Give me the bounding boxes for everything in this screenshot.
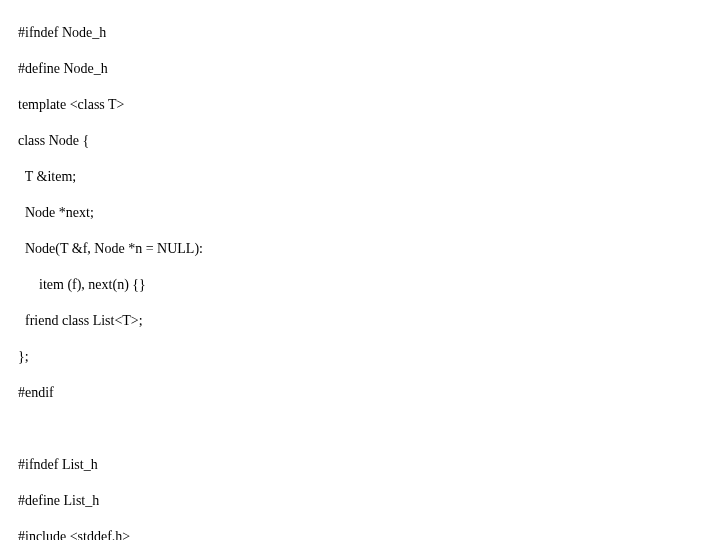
code-line: #endif — [18, 384, 720, 402]
code-line — [18, 420, 720, 438]
code-line: item (f), next(n) {} — [18, 276, 720, 294]
code-line: template <class T> — [18, 96, 720, 114]
code-line: class Node { — [18, 132, 720, 150]
code-line: Node *next; — [18, 204, 720, 222]
code-line: T &item; — [18, 168, 720, 186]
code-line: #include <stddef.h> — [18, 528, 720, 540]
code-block: #ifndef Node_h #define Node_h template <… — [0, 0, 720, 540]
code-line: #define Node_h — [18, 60, 720, 78]
code-line: friend class List<T>; — [18, 312, 720, 330]
code-line: #define List_h — [18, 492, 720, 510]
code-line: Node(T &f, Node *n = NULL): — [18, 240, 720, 258]
code-line: #ifndef Node_h — [18, 24, 720, 42]
code-line: #ifndef List_h — [18, 456, 720, 474]
code-line: }; — [18, 348, 720, 366]
